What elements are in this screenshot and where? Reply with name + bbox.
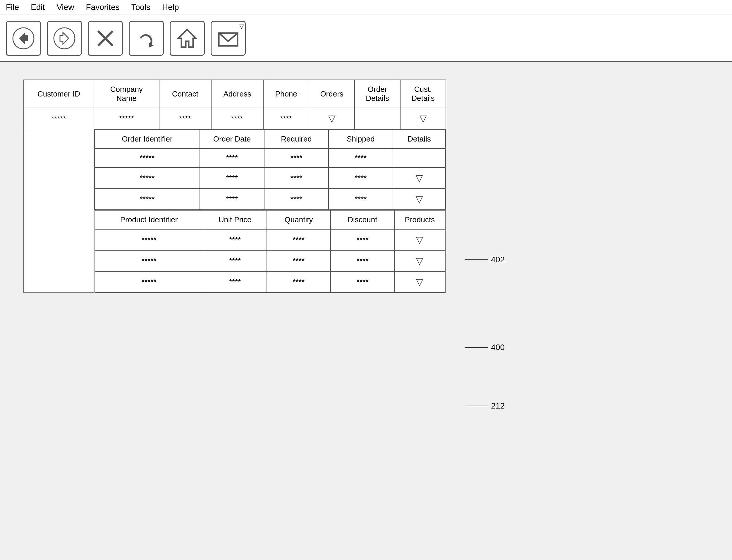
col-shipped: Shipped [328,130,393,149]
menu-tools[interactable]: Tools [131,3,150,12]
quantity-3: **** [267,271,330,292]
products-nested-row: Product Identifier Unit Price Quantity D… [94,210,446,293]
details-dropdown-2[interactable]: ▽ [393,168,446,189]
annotation-402: 402 [465,255,505,264]
unit-price-2: **** [203,250,267,271]
order-id-1: ***** [94,149,200,168]
col-contact: Contact [159,80,211,108]
col-details: Details [393,130,446,149]
svg-point-2 [54,28,75,49]
product-id-3: ***** [95,271,203,292]
products-dropdown-1[interactable]: ▽ [395,229,445,250]
orders-nested-cell: Order Identifier Order Date Required Shi… [94,129,446,293]
product-row-2: ***** **** **** **** ▽ [95,250,445,271]
col-discount: Discount [330,210,395,229]
orders-table: Order Identifier Order Date Required Shi… [94,129,446,293]
order-id-2: ***** [94,168,200,189]
company-name-value: ***** [94,108,159,129]
col-required: Required [264,130,328,149]
menu-favorites[interactable]: Favorites [86,3,120,12]
col-products: Products [395,210,445,229]
discount-2: **** [330,250,395,271]
annotation-400: 400 [465,343,505,352]
col-phone: Phone [263,80,309,108]
orders-dropdown[interactable]: ▽ [309,108,354,129]
order-date-2: **** [200,168,264,189]
unit-price-1: **** [203,229,267,250]
required-2: **** [264,168,328,189]
refresh-button[interactable] [129,21,164,56]
col-unit-price: Unit Price [203,210,267,229]
col-order-details: OrderDetails [354,80,400,108]
products-dropdown-3[interactable]: ▽ [395,271,445,292]
main-content: Customer ID CompanyName Contact Address … [0,62,732,560]
col-address: Address [211,80,263,108]
annotation-212: 212 [465,401,505,411]
mail-dropdown-arrow[interactable]: ▽ [239,23,244,30]
quantity-1: **** [267,229,330,250]
unit-price-3: **** [203,271,267,292]
order-details-value [354,108,400,129]
customer-id-value: ***** [24,108,94,129]
orders-nested-row: Order Identifier Order Date Required Shi… [24,129,446,293]
col-quantity: Quantity [267,210,330,229]
menu-help[interactable]: Help [162,3,179,12]
order-date-1: **** [200,149,264,168]
col-company-name: CompanyName [94,80,159,108]
shipped-1: **** [328,149,393,168]
col-orders: Orders [309,80,354,108]
stop-button[interactable] [88,21,123,56]
products-table: Product Identifier Unit Price Quantity D… [94,210,446,293]
svg-marker-1 [19,32,28,44]
menu-edit[interactable]: Edit [31,3,45,12]
product-row-1: ***** **** **** **** ▽ [95,229,445,250]
empty-col1 [24,129,94,293]
product-id-2: ***** [95,250,203,271]
address-value: **** [211,108,263,129]
product-id-1: ***** [95,229,203,250]
phone-value: **** [263,108,309,129]
required-3: **** [264,189,328,210]
cust-details-dropdown[interactable]: ▽ [400,108,446,129]
svg-marker-3 [60,32,69,44]
details-1 [393,149,446,168]
col-order-date: Order Date [200,130,264,149]
order-id-3: ***** [94,189,200,210]
col-order-id: Order Identifier [94,130,200,149]
products-nested-cell: Product Identifier Unit Price Quantity D… [94,210,446,293]
required-1: **** [264,149,328,168]
home-button[interactable] [170,21,205,56]
quantity-2: **** [267,250,330,271]
product-row-3: ***** **** **** **** ▽ [95,271,445,292]
products-dropdown-2[interactable]: ▽ [395,250,445,271]
forward-button[interactable] [47,21,82,56]
customer-row-1: ***** ***** **** **** **** ▽ ▽ [24,108,446,129]
main-wrapper: Customer ID CompanyName Contact Address … [23,80,446,293]
svg-marker-7 [178,30,196,47]
details-dropdown-3[interactable]: ▽ [393,189,446,210]
toolbar: ▽ [0,15,732,62]
order-row-2: ***** **** **** **** ▽ [94,168,446,189]
col-customer-id: Customer ID [24,80,94,108]
menu-bar: File Edit View Favorites Tools Help [0,0,732,15]
mail-button[interactable]: ▽ [211,21,246,56]
col-product-id: Product Identifier [95,210,203,229]
menu-view[interactable]: View [56,3,74,12]
order-date-3: **** [200,189,264,210]
discount-1: **** [330,229,395,250]
back-button[interactable] [6,21,41,56]
menu-file[interactable]: File [6,3,19,12]
customer-table: Customer ID CompanyName Contact Address … [23,80,446,293]
order-row-3: ***** **** **** **** ▽ [94,189,446,210]
contact-value: **** [159,108,211,129]
discount-3: **** [330,271,395,292]
shipped-2: **** [328,168,393,189]
shipped-3: **** [328,189,393,210]
col-cust-details: Cust.Details [400,80,446,108]
order-row-1: ***** **** **** **** [94,149,446,168]
